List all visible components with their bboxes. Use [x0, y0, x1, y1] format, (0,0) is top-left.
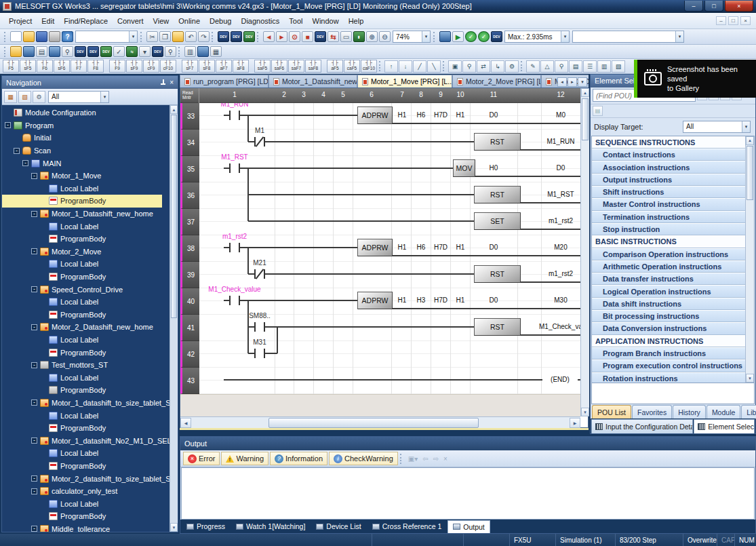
- tree-expander-icon[interactable]: [31, 286, 37, 292]
- output-filter-button[interactable]: ! Warning: [221, 452, 268, 465]
- delete-line-icon[interactable]: ╲: [427, 60, 441, 73]
- editor-tab[interactable]: Motor_1_Move [PRG] [L... ×: [357, 75, 452, 87]
- output-options-icon[interactable]: ▣▾: [408, 455, 418, 463]
- nav-tree-item[interactable]: Motor_2_Datashift_new_home: [2, 321, 162, 334]
- nav-tree-item[interactable]: Local Label: [2, 182, 162, 195]
- online-change-icon[interactable]: ▾: [139, 46, 151, 57]
- pin-icon[interactable]: [161, 79, 165, 85]
- menu-item[interactable]: Project: [4, 15, 37, 27]
- device-dual-icon[interactable]: DEV: [315, 31, 326, 42]
- screenshot-notification[interactable]: Screenshot has been saved to Gallery: [634, 60, 756, 98]
- contact-no[interactable]: [229, 243, 240, 252]
- restore-button[interactable]: □: [704, 1, 723, 12]
- close-button[interactable]: ×: [725, 1, 753, 12]
- ladder-symbol-button[interactable]: ┤├ aF8: [233, 60, 249, 73]
- ladder-symbol-button[interactable]: ┤├ sF8: [199, 60, 215, 73]
- insert-row-icon[interactable]: ↑: [384, 60, 398, 73]
- ladder-canvas[interactable]: M1_RUNADPRWH1H6H7DH1D0M0M1RSTM1_RUNM1_RS…: [199, 103, 580, 394]
- open-project-icon[interactable]: [23, 31, 35, 42]
- instruction-box[interactable]: RST: [474, 318, 521, 336]
- check-program-icon[interactable]: ✓: [113, 46, 125, 57]
- output-operand[interactable]: M20: [520, 243, 580, 252]
- chevron-down-icon[interactable]: ▾: [129, 31, 137, 42]
- nav-tree-item[interactable]: ProgramBody: [2, 384, 162, 397]
- instruction-list-item[interactable]: Data shift instructions: [592, 298, 749, 310]
- menu-item[interactable]: Convert: [113, 15, 148, 27]
- instruction-list-item[interactable]: Data Conversion instructions: [592, 322, 749, 334]
- tree-expander-icon[interactable]: [14, 148, 20, 154]
- comment-display-icon[interactable]: ▥: [184, 46, 196, 57]
- undo-icon[interactable]: ↶: [185, 31, 197, 42]
- device-memory-icon[interactable]: DEV: [231, 31, 242, 42]
- device-jump-icon[interactable]: ↳: [491, 60, 504, 73]
- nav-tree-item[interactable]: Local Label: [2, 220, 162, 233]
- editor-tab[interactable]: Motor_2_Move [PRG] [L... ×: [452, 75, 541, 87]
- nav-tree-item[interactable]: Motor_1_Datashift_new_home: [2, 208, 162, 220]
- instruction-list-item[interactable]: Bit processing instructions: [592, 310, 749, 322]
- note-display-icon[interactable]: ▦: [210, 46, 222, 57]
- instruction-box[interactable]: RST: [474, 186, 521, 203]
- tree-expander-icon[interactable]: [31, 324, 37, 330]
- parameter-icon[interactable]: [23, 46, 35, 57]
- ladder-symbol-button[interactable]: ┤├ sF7: [182, 60, 198, 73]
- instruction-list-item[interactable]: Data transfer instructions: [592, 273, 749, 285]
- instruction-list-item[interactable]: Shift instructions: [592, 186, 749, 198]
- new-project-icon[interactable]: [10, 31, 22, 42]
- device-skip-icon[interactable]: △: [540, 60, 554, 73]
- monitor-mode-icon[interactable]: [439, 31, 451, 42]
- ladder-symbol-button[interactable]: ┤├ caF10: [361, 60, 377, 73]
- nav-tree-item[interactable]: ProgramBody: [2, 346, 162, 359]
- save-project-icon[interactable]: [36, 31, 47, 42]
- chevron-down-icon[interactable]: ▾: [100, 92, 108, 102]
- instruction-list-item[interactable]: Output instructions: [592, 174, 749, 186]
- nav-tree-item[interactable]: Motor_1_Move: [2, 170, 162, 182]
- monitor-start-icon[interactable]: ✓: [465, 31, 477, 42]
- instruction-list-item[interactable]: Master Control instructions: [592, 198, 749, 210]
- contact-no[interactable]: [254, 349, 265, 358]
- editor-tab[interactable]: Motor_1_Datashift_new... ×: [268, 75, 357, 87]
- paste-icon[interactable]: [172, 31, 184, 42]
- dock-tab[interactable]: Watch 1[Watching]: [231, 520, 310, 533]
- chevron-down-icon[interactable]: ▾: [675, 31, 683, 42]
- ladder-symbol-button[interactable]: ┤├ F8: [87, 60, 104, 73]
- instruction-box[interactable]: MOV: [453, 159, 475, 177]
- verify-plc-icon[interactable]: ⊙: [289, 31, 300, 42]
- nav-tree-item[interactable]: Initial: [2, 132, 162, 144]
- horizontal-scrollbar[interactable]: ◀ ▶: [180, 416, 580, 429]
- operand[interactable]: H1: [445, 243, 475, 252]
- contact-no[interactable]: [229, 111, 240, 120]
- tree-expander-icon[interactable]: [31, 248, 37, 254]
- menu-item[interactable]: Find/Replace: [59, 15, 113, 27]
- device-initial-icon[interactable]: DEV: [243, 31, 255, 42]
- output-operand[interactable]: m1_rst2: [520, 216, 580, 226]
- pou-tab[interactable]: POU List: [592, 405, 631, 418]
- pou-tab[interactable]: Library: [741, 405, 756, 418]
- ladder-symbol-button[interactable]: ┤├ F9: [109, 60, 125, 73]
- rebuild-all-icon[interactable]: ▮: [353, 31, 365, 42]
- tree-expander-icon[interactable]: [31, 488, 37, 494]
- scroll-down-icon[interactable]: ▼: [746, 374, 754, 383]
- nav-tree-item[interactable]: Module Configuration: [2, 106, 162, 119]
- nav-tree-item[interactable]: Local Label: [2, 497, 162, 510]
- output-operand[interactable]: D0: [520, 163, 580, 173]
- ladder-symbol-button[interactable]: ┤├ sF5: [20, 60, 36, 73]
- nav-tree-item[interactable]: ProgramBody: [2, 510, 162, 523]
- convert-icon[interactable]: ⇆: [126, 46, 138, 57]
- gear-icon[interactable]: ⚙: [33, 91, 45, 103]
- tab-menu-icon[interactable]: ▾: [578, 77, 587, 87]
- scroll-up-icon[interactable]: ▲: [170, 105, 178, 114]
- ladder-symbol-button[interactable]: ┤├ F6: [37, 60, 53, 73]
- chevron-down-icon[interactable]: ▾: [742, 121, 750, 132]
- operand[interactable]: H1: [445, 111, 475, 120]
- menu-item[interactable]: Window: [308, 15, 344, 27]
- nav-tree-item[interactable]: Middle_tollerance: [2, 523, 162, 532]
- pointer-branch-icon[interactable]: ▧: [612, 60, 625, 73]
- instruction-list-item[interactable]: Rotation instructions: [592, 372, 749, 384]
- contact-no[interactable]: [229, 163, 240, 173]
- print-icon[interactable]: [49, 31, 60, 42]
- menu-item[interactable]: Online: [174, 15, 205, 27]
- clear-output-icon[interactable]: ×: [443, 455, 447, 463]
- device-comment-icon[interactable]: DEV: [218, 31, 229, 42]
- filter-icon[interactable]: ▤: [593, 106, 603, 116]
- ladder-symbol-button[interactable]: ┤├ cF10: [160, 60, 176, 73]
